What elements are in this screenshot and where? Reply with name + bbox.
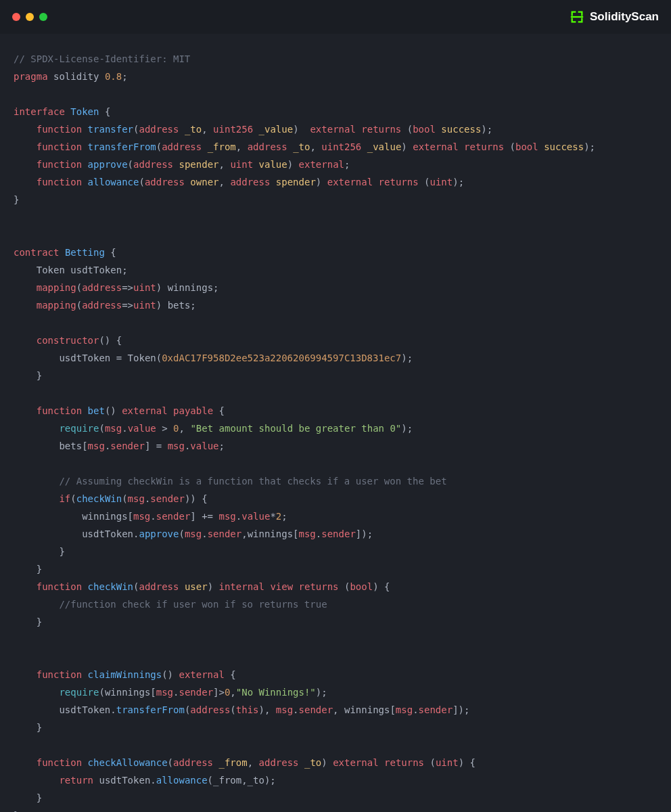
code-type: Betting <box>65 247 105 258</box>
code-keyword: this <box>236 704 259 715</box>
code-punct: ( <box>99 423 104 434</box>
code-keyword: function <box>37 669 82 680</box>
code-text: ]> <box>213 687 225 698</box>
code-punct: ( <box>76 300 82 311</box>
code-punct: ( <box>156 141 162 152</box>
code-func: allowance <box>88 177 139 187</box>
code-prop: value <box>241 511 270 522</box>
code-type: uint <box>430 177 453 187</box>
code-prop: msg <box>218 511 235 522</box>
code-keyword: external <box>122 405 167 416</box>
code-keyword: mapping <box>37 282 76 293</box>
code-func: claimWinnings <box>88 669 162 680</box>
code-text: winnings[ <box>344 704 396 715</box>
code-func: transfer <box>88 124 133 135</box>
code-param: user <box>185 581 208 592</box>
code-punct: { <box>105 106 110 117</box>
code-type: bool <box>515 141 538 152</box>
code-punct: ); <box>316 687 327 698</box>
code-text: Token( <box>128 353 162 363</box>
code-number: 2 <box>276 511 281 522</box>
code-punct: . <box>122 423 127 434</box>
code-punct: ) <box>287 159 293 170</box>
code-punct: () <box>105 405 116 416</box>
code-punct: , <box>179 423 185 434</box>
code-keyword: function <box>37 757 82 768</box>
code-type: Token <box>70 106 99 117</box>
code-punct: ) <box>293 124 298 135</box>
code-param: spender <box>276 177 316 187</box>
code-type: address <box>230 177 270 187</box>
code-keyword: internal <box>219 581 264 592</box>
code-keyword: returns <box>379 177 419 187</box>
code-type: uint <box>230 159 253 170</box>
code-punct: . <box>236 511 241 522</box>
code-text: ] = <box>145 441 168 451</box>
code-punct: ) <box>321 757 327 768</box>
code-prop: sender <box>299 704 333 715</box>
code-text: ]); <box>356 528 373 539</box>
code-type: address <box>82 300 122 311</box>
code-punct: => <box>122 282 133 293</box>
code-keyword: pragma <box>14 71 48 82</box>
code-keyword: external <box>299 159 344 170</box>
brand-name: SolidityScan <box>590 10 659 24</box>
code-var: bets[ <box>59 441 87 451</box>
code-punct: * <box>270 511 275 522</box>
code-prop: sender <box>150 493 185 504</box>
code-keyword: function <box>37 581 82 592</box>
code-punct: ( <box>230 704 235 715</box>
code-text: winnings[ <box>82 511 133 522</box>
code-keyword: external <box>327 177 373 187</box>
code-punct: )) { <box>185 493 208 504</box>
editor-window: SolidityScan // SPDX-License-Identifier:… <box>0 0 671 812</box>
code-prop: msg <box>133 511 150 522</box>
brand: SolidityScan <box>570 9 659 24</box>
code-punct: ) <box>316 177 321 187</box>
maximize-button[interactable] <box>39 13 47 21</box>
code-keyword: returns <box>464 141 504 152</box>
code-prop: sender <box>419 704 453 715</box>
code-punct: } <box>37 564 42 574</box>
code-string: "Bet amount should be greater than 0" <box>190 423 401 434</box>
code-type: address <box>133 159 173 170</box>
code-text: ] += <box>190 511 218 522</box>
solidityscan-logo-icon <box>570 9 584 24</box>
code-punct: () { <box>99 335 122 346</box>
code-type: address <box>162 141 202 152</box>
code-var: usdtToken <box>70 265 122 275</box>
code-string: "No Winnings!" <box>236 687 316 698</box>
code-punct: . <box>316 528 321 539</box>
code-prop: sender <box>110 441 145 451</box>
code-keyword: constructor <box>37 335 99 346</box>
code-type: address <box>145 177 185 187</box>
code-punct: ; <box>213 282 218 293</box>
code-punct: . <box>413 704 418 715</box>
code-type: bool <box>413 124 436 135</box>
code-punct: , <box>219 159 225 170</box>
code-keyword: return <box>59 775 93 786</box>
code-param: _value <box>259 124 294 135</box>
code-punct: ) { <box>459 757 476 768</box>
code-param: value <box>259 159 287 170</box>
code-punct: } <box>37 616 42 627</box>
code-func: transferFrom <box>88 141 156 152</box>
titlebar: SolidityScan <box>0 0 671 34</box>
code-prop: sender <box>208 528 242 539</box>
code-func: approve <box>88 159 128 170</box>
code-editor[interactable]: // SPDX-License-Identifier: MIT pragma s… <box>0 34 671 812</box>
code-func: transferFrom <box>116 704 185 715</box>
code-type: uint256 <box>321 141 361 152</box>
code-punct: , <box>219 177 225 187</box>
code-type: bool <box>350 581 373 592</box>
code-punct: ; <box>122 265 127 275</box>
close-button[interactable] <box>12 13 20 21</box>
minimize-button[interactable] <box>26 13 34 21</box>
code-param: spender <box>179 159 219 170</box>
code-prop: msg <box>128 493 145 504</box>
code-text: usdtToken. <box>99 775 156 786</box>
code-punct: ( <box>168 757 173 768</box>
code-param: success <box>441 124 481 135</box>
code-var: bets <box>168 300 191 311</box>
code-punct: ( <box>139 177 144 187</box>
